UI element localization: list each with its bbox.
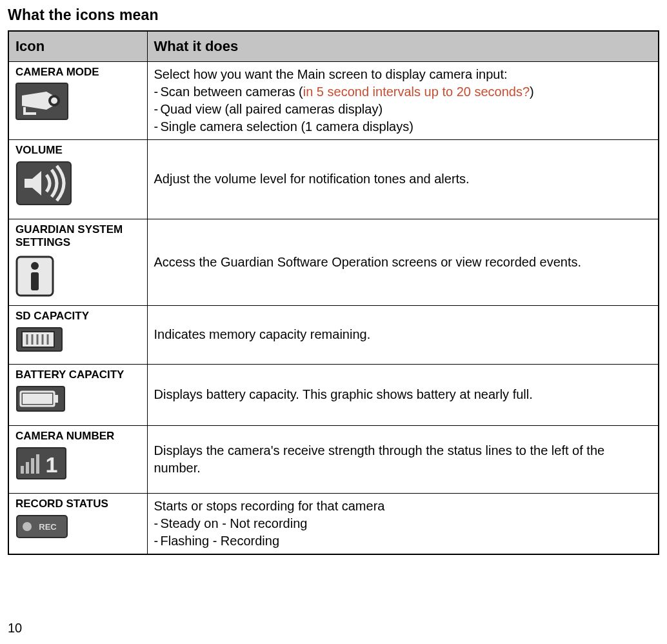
table-row: VOLUME Adjust the volume level for notif… <box>8 139 659 219</box>
icon-label-camera-number: CAMERA NUMBER <box>15 430 141 443</box>
camera-mode-desc-b2: -Quad view (all paired cameras display) <box>154 101 652 118</box>
table-row: SD CAPACITY Indicates memory capacit <box>8 305 659 364</box>
svg-rect-17 <box>17 448 66 479</box>
svg-text:REC: REC <box>39 522 57 532</box>
camera-mode-desc-b1: -Scan between cameras (in 5 second inter… <box>154 83 652 101</box>
table-row: CAMERA MODE Select how you want the Main… <box>8 61 659 139</box>
col-header-desc: What it does <box>147 31 659 61</box>
svg-rect-16 <box>23 394 52 404</box>
table-row: RECORD STATUS REC Starts or stops record… <box>8 493 659 554</box>
record-desc-b2: -Flashing - Recording <box>154 532 652 550</box>
svg-rect-18 <box>21 466 24 474</box>
svg-rect-21 <box>36 454 39 474</box>
svg-rect-6 <box>31 272 39 290</box>
info-icon <box>15 256 54 297</box>
icon-label-volume: VOLUME <box>15 144 141 157</box>
b1-pre: Scan between cameras ( <box>161 85 303 99</box>
table-header-row: Icon What it does <box>8 31 659 61</box>
camera-number-desc: Displays the camera's receive strength t… <box>154 442 652 477</box>
sd-card-icon <box>15 327 63 352</box>
volume-icon <box>15 161 72 206</box>
svg-rect-20 <box>31 458 34 474</box>
camera-mode-desc-lead: Select how you want the Main screen to d… <box>154 66 652 83</box>
record-desc-b1: -Steady on - Not recording <box>154 515 652 532</box>
icon-label-record: RECORD STATUS <box>15 498 141 510</box>
svg-point-5 <box>31 262 39 270</box>
icon-table: Icon What it does CAMERA MODE <box>8 30 659 555</box>
b1-post: ) <box>530 85 534 99</box>
record-icon: REC <box>15 514 68 539</box>
camera-number-icon: 1 <box>15 447 67 480</box>
record-desc-lead: Starts or stops recording for that camer… <box>154 498 652 515</box>
section-title: What the icons mean <box>8 6 659 24</box>
guardian-desc: Access the Guardian Software Operation s… <box>154 254 582 271</box>
icon-label-sd: SD CAPACITY <box>15 310 141 323</box>
table-row: GUARDIAN SYSTEM SETTINGS Access the Guar… <box>8 219 659 305</box>
volume-desc: Adjust the volume level for notification… <box>154 170 470 188</box>
svg-rect-19 <box>26 462 29 474</box>
svg-rect-15 <box>54 395 58 403</box>
table-row: BATTERY CAPACITY Displays battery capaci… <box>8 364 659 425</box>
b1-red: in 5 second intervals up to 20 seconds? <box>303 85 530 99</box>
battery-icon <box>15 385 66 412</box>
icon-label-guardian: GUARDIAN SYSTEM SETTINGS <box>15 223 141 249</box>
icon-label-camera-mode: CAMERA MODE <box>15 66 141 79</box>
camera-mode-icon <box>15 83 68 120</box>
sd-desc: Indicates memory capacity remaining. <box>154 326 371 343</box>
svg-point-24 <box>23 522 32 531</box>
icon-label-battery: BATTERY CAPACITY <box>15 368 141 381</box>
camera-mode-desc-b3: -Single camera selection (1 camera displ… <box>154 118 652 136</box>
svg-text:1: 1 <box>46 452 58 477</box>
battery-desc: Displays battery capacity. This graphic … <box>154 386 533 403</box>
col-header-icon: Icon <box>8 31 147 61</box>
svg-point-2 <box>51 97 57 104</box>
table-row: CAMERA NUMBER 1 Displays the camera's re… <box>8 425 659 493</box>
